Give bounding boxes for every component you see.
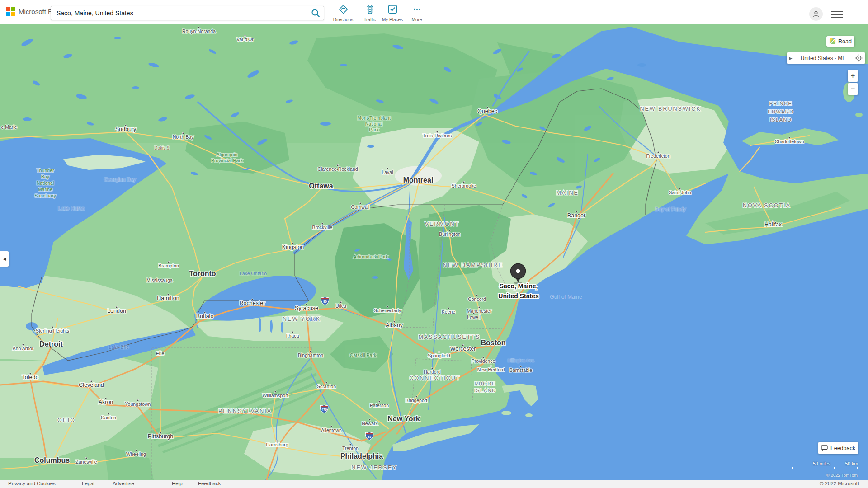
map-label: Wheeling [126, 451, 146, 457]
map-label: Mississauga [146, 277, 173, 283]
map-canvas[interactable]: 9095476 e MarieRouyn-NorandaVal-d'OrSudb… [0, 24, 868, 480]
map-label: Harrisburg [266, 442, 288, 447]
map-label: ISLAND [770, 117, 792, 122]
map-label: Bay of Fundy [655, 206, 686, 212]
map-label: OHIO [57, 417, 75, 423]
breadcrumb: ▶ United States · ME [787, 52, 865, 64]
map-label: e Marie [1, 124, 17, 130]
map-label: Lake Ontario [240, 271, 267, 276]
map-label: Schenectady [374, 308, 401, 313]
map-label: MAINE [556, 190, 579, 196]
map-label: Williamsport [262, 393, 288, 398]
footer-link-feedback[interactable]: Feedback [198, 481, 221, 486]
nav-more[interactable]: More [402, 4, 431, 22]
map-label: Rouyn-Noranda [182, 28, 216, 34]
menu-icon[interactable] [831, 11, 843, 18]
map-label: NEW BRUNSWICK [640, 106, 701, 112]
locate-icon [855, 54, 863, 62]
map-label: New York [387, 415, 420, 422]
map-label: Hartford [424, 369, 441, 375]
map-label: Sanctuary [34, 193, 56, 198]
map-label: Bridgeport [406, 398, 428, 403]
map-label: Scranton [317, 384, 336, 389]
map-label: Philadelphia [340, 452, 383, 460]
map-label: Springfield [428, 353, 450, 358]
search-input[interactable] [51, 9, 307, 17]
breadcrumb-label[interactable]: United States · ME [795, 55, 852, 61]
map-label: Lowell [467, 314, 481, 320]
map-label: Cleveland [79, 382, 104, 388]
map-label: Pittsburgh [148, 433, 173, 440]
nav-directions[interactable]: Directions [329, 4, 358, 22]
traffic-icon [365, 4, 375, 14]
map-label: Thunder [36, 168, 54, 173]
map-label: Newark [362, 421, 378, 426]
map-label: Syracuse [295, 305, 318, 311]
map-label: Detroit [39, 340, 63, 348]
chevron-left-icon: ◀ [3, 257, 6, 261]
map-label: North Bay [173, 134, 194, 140]
map-label: Boston [481, 339, 505, 347]
map-label: MASSACHUSETTS [418, 334, 480, 340]
map-label: Manchester [467, 308, 492, 314]
footer-link-help[interactable]: Help [172, 481, 183, 486]
map-label: Trois-Rivières [423, 133, 452, 138]
map-label: Buffalo [196, 313, 214, 319]
map-label: Fredericton [646, 153, 670, 159]
map-label: Sterling Heights [36, 328, 69, 333]
scale-miles: 50 miles [792, 461, 830, 469]
map-label: London [107, 308, 126, 314]
map-label: Cornwall [351, 204, 370, 210]
map-label: Lake Erie [109, 344, 129, 350]
avatar[interactable] [809, 7, 823, 21]
map-label: Adirondack Park [353, 254, 388, 259]
locate-me-button[interactable] [852, 54, 865, 62]
map-label: Catskill Park [350, 352, 377, 358]
map-label: Lake Huron [58, 206, 85, 211]
directions-icon [338, 4, 349, 14]
search-icon[interactable] [307, 6, 324, 20]
footer-link-legal[interactable]: Legal [82, 481, 94, 486]
map-label: Provincial Park [211, 158, 243, 163]
feedback-button[interactable]: Feedback [818, 442, 858, 454]
map-label: Worcester [450, 346, 476, 352]
map-label: Burlington [439, 231, 460, 237]
map-label: Val-d'Or [236, 37, 254, 42]
map-style-button[interactable]: Road [826, 36, 854, 47]
map-label: Sherbrooke [452, 183, 476, 188]
map-label: Providence [472, 358, 495, 364]
footer-bar: Privacy and Cookies Legal Advertise Help… [0, 480, 868, 488]
map-label: New Bedford [477, 367, 505, 372]
map-label: Bay [41, 174, 50, 179]
map-label: Canton [101, 415, 116, 420]
map-label: NEW JERSEY [351, 465, 397, 471]
map-label: Toledo [22, 374, 39, 380]
map-label: VERMONT [425, 221, 460, 227]
map-label: NEW HAMPSHIRE [443, 262, 503, 268]
pin-label-line2: United States [498, 292, 539, 300]
svg-text:476: 476 [321, 408, 327, 411]
map-label: Algonquin [217, 152, 238, 157]
my-places-icon [387, 4, 398, 14]
map-style-label: Road [838, 38, 852, 45]
map-label: National [365, 121, 383, 127]
map-label: RHODE [474, 381, 495, 386]
footer-link-advertise[interactable]: Advertise [113, 481, 134, 486]
map-label: Marine [38, 187, 52, 192]
footer-copyright: © 2022 Microsoft [820, 481, 859, 486]
map-label: Bangor [567, 212, 585, 219]
panel-collapse-tab[interactable]: ◀ [0, 251, 9, 267]
map-label: Brampton [158, 263, 179, 268]
footer-link-privacy[interactable]: Privacy and Cookies [8, 481, 56, 486]
zoom-in-button[interactable]: + [848, 70, 858, 82]
map-label: CONNECTICUT [410, 375, 461, 381]
zoom-out-button[interactable]: − [848, 83, 858, 95]
map-label: Ottawa [309, 182, 333, 190]
map-label: Gulf of Maine [550, 294, 582, 300]
map-label: Albany [386, 322, 403, 328]
map-label: Billington Sea [508, 358, 534, 363]
map-label: Halifax [764, 221, 782, 228]
map-label: Georgian Bay [104, 177, 136, 182]
breadcrumb-expand-icon[interactable]: ▶ [787, 56, 795, 61]
feedback-label: Feedback [830, 445, 855, 451]
